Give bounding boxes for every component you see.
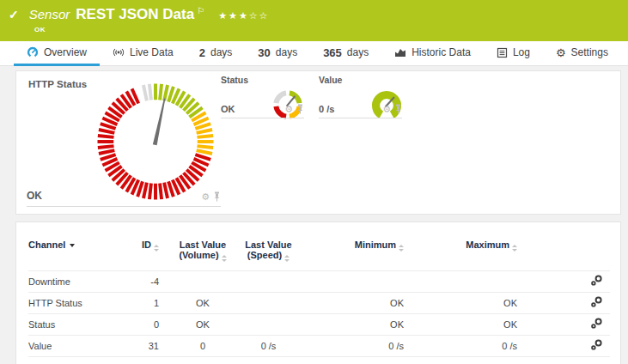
tab-365-days[interactable]: 365 days [310,41,381,66]
value-tile-title: Value [319,75,402,85]
tab-historic-data[interactable]: Historic Data [381,41,484,66]
minimum-cell: 0 /s [301,335,414,356]
last-value-speed-cell [236,270,301,292]
tab-settings[interactable]: ⚙ Settings [543,41,621,66]
pin-icon[interactable] [213,191,221,202]
channel-id-cell: 31 [128,335,169,356]
gear-icon: ⚙ [556,47,566,58]
gauge-settings-gear-icon[interactable]: ⚙ [382,105,391,114]
last-value-speed-cell [236,313,301,335]
status-tile-title: Status [221,75,304,85]
table-row: Status 0 OK OK OK [28,313,610,335]
column-header-minimum[interactable]: Minimum [301,234,414,270]
minimum-cell: OK [301,292,414,313]
sort-arrows-icon [399,245,404,252]
gauge-settings-gear-icon[interactable]: ⚙ [284,105,293,114]
sort-arrows-icon [512,245,517,252]
last-value-speed-cell: 0 /s [236,335,301,356]
http-status-gauge [91,77,220,206]
gauge-icon [27,46,39,58]
channel-settings-icon[interactable] [590,295,603,308]
column-header-channel[interactable]: Channel [28,234,128,270]
pin-icon[interactable] [394,104,402,114]
tab-overview[interactable]: Overview [14,41,100,66]
column-header-last-value-speed[interactable]: Last Value (Speed) [236,234,301,270]
flag-icon[interactable]: ⚐ [197,6,204,15]
tab-live-data[interactable]: Live Data [100,41,186,66]
channel-name-cell: HTTP Status [28,292,128,313]
sensor-header: ✓ Sensor REST JSON Data ⚐ ★★★☆☆ OK [0,0,628,41]
channel-id-cell: -4 [128,270,169,292]
last-value-volume-cell: OK [169,292,236,313]
tab-2-days[interactable]: 2 days [186,41,246,66]
sensor-title: REST JSON Data [76,6,194,23]
channel-name-cell: Status [28,313,128,335]
last-value-volume-cell: OK [169,313,236,335]
channel-name-cell: Value [28,335,128,356]
tab-bar: Overview Live Data 2 days 30 days 365 da… [0,41,628,66]
sort-arrows-icon [154,245,159,252]
tab-log[interactable]: Log [484,41,543,66]
area-chart-icon [394,46,406,58]
table-row: Value 31 0 0 /s 0 /s 0 /s [28,335,610,356]
value-gauge-tile: Value 0 /s ⚙ [319,75,402,124]
sort-arrows-icon [284,255,290,262]
gauge-needle [153,98,167,145]
channel-id-cell: 0 [128,313,169,335]
channel-settings-icon[interactable] [590,274,603,287]
minimum-cell [301,270,414,292]
log-icon [497,47,508,58]
value-tile-value: 0 /s [319,104,334,114]
channels-table: Channel ID Last Value (Volume) Last Valu… [28,234,610,357]
main-gauge-value: OK [27,190,42,202]
value-tile-footer: 0 /s ⚙ [319,104,402,118]
broadcast-icon [113,46,125,58]
maximum-cell: 0 /s [414,335,527,356]
pin-icon[interactable] [296,104,304,114]
maximum-cell: OK [414,313,527,335]
column-header-last-value-volume[interactable]: Last Value (Volume) [169,234,236,270]
main-gauge-footer: OK ⚙ [27,190,221,207]
main-gauge-title: HTTP Status [28,79,87,89]
minimum-cell: OK [301,313,414,335]
last-value-volume-cell: 0 [169,335,236,356]
status-tile-footer: OK ⚙ [221,104,304,118]
object-type-label: Sensor [29,7,70,21]
channels-panel: Channel ID Last Value (Volume) Last Valu… [15,221,621,364]
column-header-maximum[interactable]: Maximum [414,234,527,270]
gauges-panel: HTTP Status OK ⚙ Status [15,70,621,215]
table-row: HTTP Status 1 OK OK OK [28,292,610,313]
table-row: Downtime -4 [28,270,610,292]
sort-arrows-icon [222,255,227,262]
table-header-row: Channel ID Last Value (Volume) Last Valu… [28,234,610,270]
status-check-icon: ✓ [9,8,19,21]
maximum-cell [414,270,527,292]
channel-id-cell: 1 [128,292,169,313]
column-header-id[interactable]: ID [128,234,169,270]
last-value-volume-cell [169,270,236,292]
status-tile-value: OK [221,104,235,114]
maximum-cell: OK [414,292,527,313]
last-value-speed-cell [236,292,301,313]
channel-settings-icon[interactable] [590,338,603,351]
overview-content: HTTP Status OK ⚙ Status [0,66,628,364]
sort-caret-icon [70,244,75,247]
sensor-status-badge: OK [34,26,628,33]
gauge-settings-gear-icon[interactable]: ⚙ [201,192,210,202]
channel-name-cell: Downtime [28,270,128,292]
channel-settings-icon[interactable] [590,317,603,330]
priority-stars[interactable]: ★★★☆☆ [218,10,269,21]
tab-30-days[interactable]: 30 days [245,41,310,66]
status-gauge-tile: Status OK ⚙ [221,75,304,124]
